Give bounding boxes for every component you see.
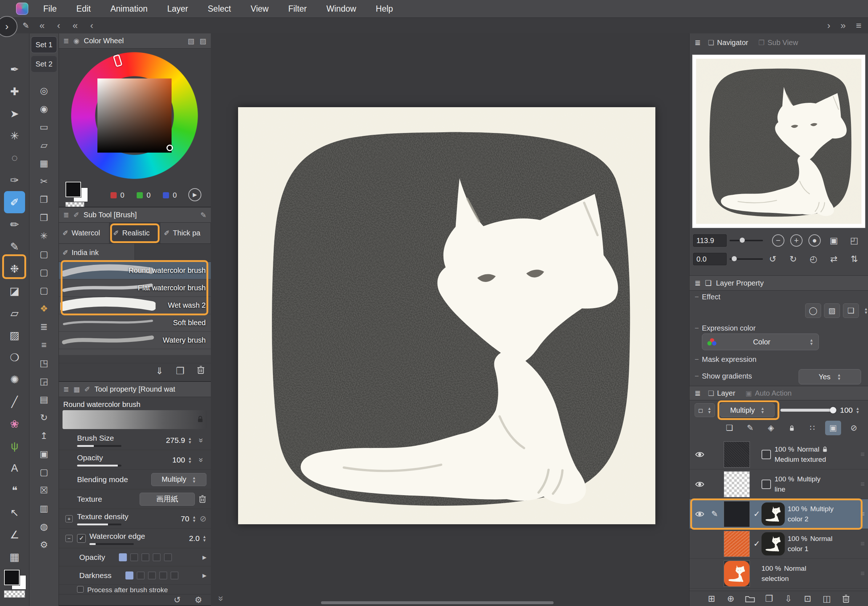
tab-realistic[interactable]: ✐ Realistic <box>109 223 160 243</box>
texture-delete-icon[interactable] <box>198 495 206 504</box>
subtool-rotate-canvas[interactable]: ↻ <box>34 408 54 427</box>
subtool-mesh-transform[interactable]: ▦ <box>34 154 54 172</box>
saturation-value-square[interactable] <box>98 79 172 153</box>
strip-pen-icon[interactable]: ✎ <box>23 21 29 31</box>
fit-to-screen-icon[interactable]: ▣ <box>826 233 841 248</box>
brush-row-clipped[interactable] <box>59 349 211 355</box>
delete-subtool-icon[interactable] <box>197 365 205 377</box>
texture-density-value[interactable]: 70 <box>181 515 189 523</box>
subtool-png-export[interactable]: ▣ <box>34 445 54 463</box>
tool-airbrush[interactable]: ✺ <box>4 368 25 391</box>
duplicate-subtool-icon[interactable]: ❐ <box>176 365 184 377</box>
tab-sub-view[interactable]: ❐ Sub View <box>755 39 801 47</box>
divide-layer-icon[interactable]: ⊘ <box>846 421 862 435</box>
color-set-tab-2[interactable]: Set 2 <box>31 56 57 72</box>
subtool-list-view[interactable]: ▥ <box>34 499 54 517</box>
menu-filter[interactable]: Filter <box>278 0 316 18</box>
expand-arrow-icon-1[interactable]: » <box>840 20 845 31</box>
opacity-options-icon[interactable]: » <box>195 455 206 465</box>
tool-marker[interactable]: ✐ <box>4 191 25 213</box>
disable-icon[interactable]: ⊘ <box>200 514 206 524</box>
tool-decoration[interactable]: ❀ <box>4 413 25 435</box>
panel-menu-icon[interactable]: ≣ <box>694 38 701 47</box>
subtool-paste[interactable]: ❒ <box>34 209 54 227</box>
menu-file[interactable]: File <box>33 0 67 18</box>
flip-vertical-icon[interactable]: ⇅ <box>847 252 862 266</box>
collapse-arrow-icon-0[interactable]: « <box>39 20 44 31</box>
brush-size-stepper[interactable]: ▲▼ <box>188 437 192 444</box>
subtool-marquee[interactable]: ▭ <box>34 118 54 136</box>
layer-visibility-toggle[interactable] <box>692 480 708 488</box>
rotate-value[interactable]: 0.0 <box>693 253 727 265</box>
reference-layer-icon[interactable]: ◈ <box>763 421 779 435</box>
color-mix-button[interactable]: ▶ <box>188 188 202 201</box>
layer-check-icon[interactable]: ✓ <box>752 539 761 549</box>
layer-fox-thumbnail[interactable] <box>761 502 785 526</box>
tool-move[interactable]: ✚ <box>4 80 25 102</box>
layer-thumbnail[interactable] <box>724 531 750 557</box>
watercolor-edge-slider[interactable] <box>90 543 134 545</box>
tool-airbrush-pen[interactable]: ✎ <box>4 235 25 258</box>
expand-arrow-icon-2[interactable]: ≡ <box>856 20 862 31</box>
reset-rotation-icon[interactable]: ◴ <box>806 252 821 266</box>
layer-fox-thumbnail[interactable] <box>761 532 785 555</box>
transfer-layer-icon[interactable]: ❐ <box>762 592 777 606</box>
tool-pen-2[interactable]: ✑ <box>4 169 25 191</box>
layer-thumbnail[interactable] <box>724 561 750 587</box>
collapse-chevron-icon[interactable]: « <box>214 596 226 601</box>
layer-thumbnail[interactable] <box>724 501 750 527</box>
subtool-selection-1[interactable]: ▢ <box>34 245 54 263</box>
subtool-eyedropper[interactable]: ◎ <box>34 81 54 99</box>
tool-brush[interactable]: ✏ <box>4 213 25 235</box>
clip-to-layer-below-icon[interactable]: ❏ <box>722 421 738 435</box>
tab-watercolor[interactable]: ✐ Watercol <box>59 223 109 243</box>
new-raster-layer-icon[interactable]: ⊞ <box>704 592 719 606</box>
subtool-timelapse[interactable]: ◍ <box>34 517 54 535</box>
subtool-import[interactable]: ◲ <box>34 372 54 390</box>
merge-down-icon[interactable]: ⇩ <box>781 592 796 606</box>
menu-edit[interactable]: Edit <box>67 0 101 18</box>
transparent-color-swatch[interactable] <box>4 591 25 598</box>
subtool-folder[interactable]: ▤ <box>34 390 54 408</box>
tool-balloon[interactable]: ❝ <box>4 479 25 501</box>
menu-layer[interactable]: Layer <box>157 0 198 18</box>
panel-menu-icon[interactable]: ≣ <box>694 389 701 397</box>
tool-text[interactable]: A <box>4 457 25 479</box>
opacity-slider[interactable] <box>77 465 121 467</box>
expand-icon[interactable]: + <box>65 515 73 523</box>
subtool-crop[interactable]: ▢ <box>34 463 54 481</box>
texture-density-slider[interactable] <box>77 524 121 526</box>
subtool-close[interactable]: ☒ <box>34 481 54 499</box>
texture-density-stepper[interactable]: ▲▼ <box>192 515 196 523</box>
expand-arrow-icon-0[interactable]: › <box>827 20 831 31</box>
panel-menu-icon[interactable]: ≣ <box>694 279 701 288</box>
new-vector-layer-icon[interactable]: ⊕ <box>723 592 738 606</box>
brush-wet-wash-2[interactable]: Wet wash 2 <box>59 297 211 314</box>
subtool-export[interactable]: ◳ <box>34 354 54 372</box>
panel-menu-icon[interactable]: ≣ <box>63 211 69 219</box>
subtool-transform[interactable]: ▱ <box>34 136 54 154</box>
edge-darkness-levels[interactable] <box>126 572 178 580</box>
watercolor-edge-stepper[interactable]: ▲▼ <box>203 535 206 542</box>
transparent-swatch[interactable] <box>65 202 84 207</box>
color-set-tab-1[interactable]: Set 1 <box>31 37 57 53</box>
layer-visibility-toggle[interactable] <box>692 450 708 459</box>
layer-opacity-slider[interactable] <box>780 409 835 412</box>
layer-thumbnail[interactable] <box>724 471 750 497</box>
tab-layer[interactable]: ❏ Layer <box>705 389 738 397</box>
layer-drag-handle[interactable]: ≡ <box>857 569 868 578</box>
tool-figure[interactable]: ╱ <box>4 391 25 413</box>
tool-watercolor[interactable]: ❉ <box>4 258 25 280</box>
effect-stepper[interactable]: ▲▼ <box>864 307 868 314</box>
menu-select[interactable]: Select <box>198 0 241 18</box>
subtool-copy[interactable]: ❐ <box>34 190 54 209</box>
subtool-layer-stack[interactable]: ≣ <box>34 317 54 336</box>
layer-visibility-toggle[interactable] <box>692 510 708 518</box>
menu-view[interactable]: View <box>240 0 278 18</box>
expand-arrow-icon[interactable]: ▸ <box>203 553 206 562</box>
subtool-layer-stack-2[interactable]: ≡ <box>34 336 54 354</box>
navigator-preview[interactable] <box>692 54 865 228</box>
border-effect-icon[interactable]: ◯ <box>805 303 821 318</box>
zoom-in-icon[interactable]: + <box>790 234 803 247</box>
tool-ruler[interactable]: ∠ <box>4 524 25 546</box>
